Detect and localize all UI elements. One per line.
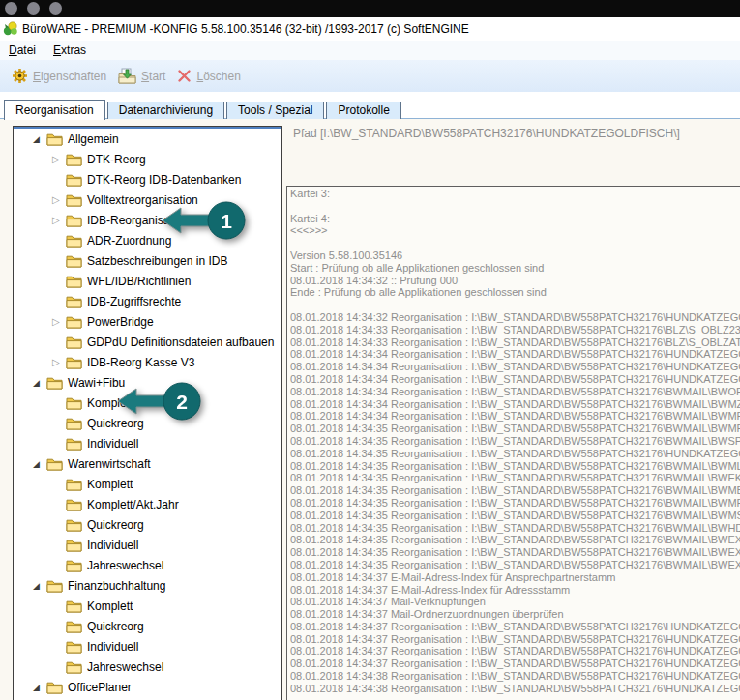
expander-expanded-icon[interactable]: ◢	[33, 378, 46, 388]
tree-item[interactable]: GDPdU Definitionsdateien aufbauen	[14, 332, 281, 352]
protocol-log-area[interactable]: Kartei 3: Kartei 4: <<<>>> Version 5.58.…	[286, 186, 740, 700]
tree-item[interactable]: Individuell	[14, 433, 281, 453]
window-title: BüroWARE - PREMIUM -KONFIG 5.58.100.3514…	[22, 22, 469, 36]
callout-badge-1: 1	[155, 191, 263, 249]
tree-item-label: DTK-Reorg IDB-Datenbanken	[87, 173, 241, 187]
tree-item-label: Quickreorg	[87, 518, 144, 532]
tree-item-label: Komplett/Akt.Jahr	[87, 498, 179, 511]
tree-item[interactable]: Quickreorg	[14, 616, 281, 636]
tree-item[interactable]: ◢Allgemein	[14, 129, 281, 149]
tree-item[interactable]: Satzbeschreibungen in IDB	[14, 250, 281, 271]
tree-item[interactable]: Komplett	[14, 596, 281, 616]
tree-item-label: DTK-Reorg	[87, 153, 146, 166]
expander-collapsed-icon[interactable]: ▷	[52, 154, 66, 164]
app-icon	[3, 21, 18, 37]
folder-icon	[66, 275, 82, 288]
folder-icon	[66, 315, 82, 329]
folder-icon	[66, 417, 82, 430]
window-close-button[interactable]	[5, 2, 17, 15]
callout-badge-2: 2	[110, 372, 219, 430]
tree-item[interactable]: ◢Finanzbuchhaltung	[14, 575, 281, 596]
folder-icon	[66, 356, 82, 369]
tree-item[interactable]: Jahreswechsel	[14, 656, 281, 677]
tree-item[interactable]: Quickreorg	[14, 514, 281, 535]
folder-icon	[66, 173, 82, 187]
folder-icon	[66, 599, 82, 613]
loeschen-label: Löschen	[196, 70, 240, 83]
callout-2-number: 2	[176, 391, 188, 413]
toolbar: Eigenschaften Start Löschen	[0, 60, 740, 93]
tree-item-label: GDPdU Definitionsdateien aufbauen	[87, 335, 274, 349]
callout-1-number: 1	[221, 210, 232, 232]
menu-datei[interactable]: Datei	[0, 42, 44, 59]
expander-expanded-icon[interactable]: ◢	[33, 581, 46, 591]
tree-item[interactable]: WFL/IDB/Richtlinien	[14, 271, 281, 291]
tree-item[interactable]: ▷PowerBridge	[14, 311, 281, 332]
tree-item[interactable]: ◢OfficePlaner	[14, 677, 281, 697]
folder-icon	[46, 579, 63, 593]
tab-reorganisation[interactable]: Reorganisation	[4, 100, 105, 120]
window-zoom-button[interactable]	[49, 2, 62, 15]
menu-extras[interactable]: Extras	[44, 42, 95, 59]
expander-collapsed-icon[interactable]: ▷	[52, 215, 66, 225]
eigenschaften-label: Eigenschaften	[33, 70, 106, 83]
folder-icon	[66, 498, 82, 511]
folder-run-icon	[118, 68, 136, 84]
tree-item-label: Individuell	[87, 437, 138, 451]
tree-item-label: Jahreswechsel	[87, 559, 163, 572]
expander-collapsed-icon[interactable]: ▷	[52, 357, 66, 367]
tree-item[interactable]: Jahreswechsel	[14, 555, 281, 575]
expander-collapsed-icon[interactable]: ▷	[52, 316, 66, 327]
tree-item-label: Komplett	[87, 478, 133, 491]
tab-protokolle[interactable]: Protokolle	[326, 102, 400, 119]
folder-icon	[46, 457, 63, 471]
window-minimize-button[interactable]	[27, 2, 40, 15]
folder-icon	[66, 234, 82, 248]
tree-item[interactable]: ◢Warenwirtschaft	[14, 453, 281, 474]
folder-icon	[66, 254, 82, 268]
tree-item[interactable]: Individuell	[14, 535, 281, 555]
expander-expanded-icon[interactable]: ◢	[33, 683, 46, 692]
title-bar: BüroWARE - PREMIUM -KONFIG 5.58.100.3514…	[0, 17, 740, 41]
tree-item-label: Quickreorg	[87, 620, 144, 633]
folder-icon	[66, 559, 82, 572]
folder-icon	[66, 153, 82, 166]
tree-item[interactable]: DTK-Reorg IDB-Datenbanken	[14, 169, 281, 190]
tree-item-label: Komplett	[87, 599, 133, 613]
folder-icon	[66, 193, 82, 207]
tree-item[interactable]: Komplett/Akt.Jahr	[14, 494, 281, 514]
expander-collapsed-icon[interactable]: ▷	[52, 194, 66, 205]
folder-icon	[66, 214, 82, 227]
loeschen-button[interactable]: Löschen	[177, 69, 240, 83]
folder-icon	[66, 335, 82, 349]
tree-item[interactable]: IDB-Zugriffsrechte	[14, 291, 281, 311]
tab-strip: Reorganisation Datenarchivierung Tools /…	[4, 100, 401, 119]
eigenschaften-button[interactable]: Eigenschaften	[12, 68, 106, 84]
tree-item-label: IDB-Reorg Kasse V3	[87, 356, 194, 369]
start-button[interactable]: Start	[118, 68, 165, 84]
app-window: BüroWARE - PREMIUM -KONFIG 5.58.100.3514…	[0, 0, 740, 700]
tree-item-label: Individuell	[87, 539, 138, 552]
folder-icon	[66, 437, 82, 451]
tree-item[interactable]: Komplett	[14, 474, 281, 494]
tree-item[interactable]: ▷DTK-Reorg	[14, 149, 281, 169]
tree-item-label: Jahreswechsel	[87, 660, 163, 674]
gear-icon	[12, 68, 28, 84]
tree-item-label: WFL/IDB/Richtlinien	[87, 275, 191, 288]
folder-icon	[66, 518, 82, 532]
tab-tools-spezial[interactable]: Tools / Spezial	[226, 102, 324, 119]
folder-icon	[46, 376, 63, 390]
tree-item[interactable]: Individuell	[14, 636, 281, 656]
tab-datenarchivierung[interactable]: Datenarchivierung	[107, 102, 224, 119]
tree-item-label: Finanzbuchhaltung	[68, 579, 165, 593]
tree-item-label: Allgemein	[68, 132, 119, 146]
folder-icon	[66, 640, 82, 654]
tree-item-label: Warenwirtschaft	[68, 457, 151, 471]
tree-item-label: OfficePlaner	[68, 681, 132, 694]
tree-item[interactable]: ▷IDB-Reorg Kasse V3	[14, 352, 281, 372]
expander-expanded-icon[interactable]: ◢	[33, 459, 46, 469]
folder-icon	[66, 660, 82, 674]
folder-icon	[66, 295, 82, 308]
expander-expanded-icon[interactable]: ◢	[33, 134, 46, 144]
menu-bar: Datei Extras	[0, 41, 740, 60]
